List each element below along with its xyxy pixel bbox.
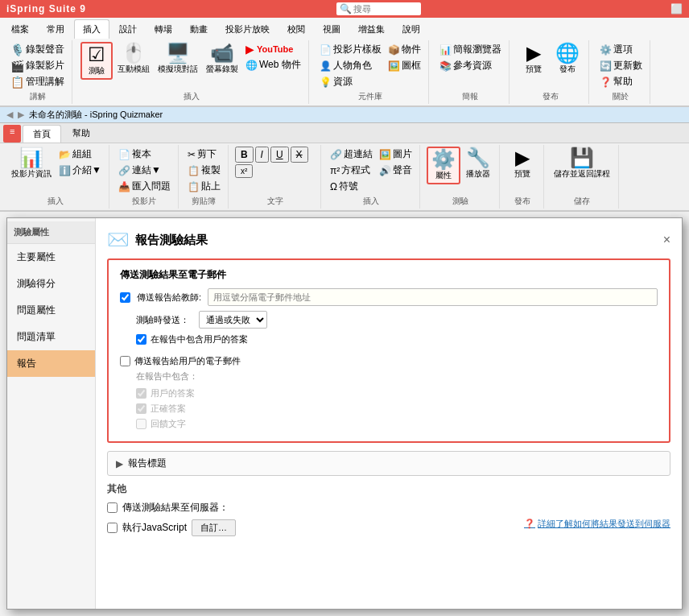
wrench-icon: 🔧 — [466, 148, 490, 167]
secondary-group-insert2: 🔗 超連結 π² 方程式 Ω 符號 🖼️ 圖片 🔊 — [323, 145, 420, 209]
quiz-label: 測驗 — [89, 65, 105, 76]
screen-record-btn[interactable]: 📹 螢幕錄製 — [203, 42, 241, 76]
web-object-label: Web 物件 — [259, 58, 301, 72]
tab-help[interactable]: 說明 — [394, 20, 428, 39]
tab-home[interactable]: 常用 — [39, 20, 72, 39]
resource-btn[interactable]: 💡 資源 — [317, 74, 384, 89]
hyperlink-label: 超連結 — [344, 147, 373, 161]
file-menu-btn[interactable]: ≡ — [3, 125, 21, 143]
ribbon-group-presentation: 📊 簡報瀏覽器 📚 參考資源 簡報 — [432, 40, 510, 104]
character-label: 人物角色 — [333, 59, 372, 72]
publish-btn[interactable]: 🌐 發布 — [551, 42, 584, 76]
object-label: 物件 — [402, 43, 421, 56]
quiz-btn[interactable]: ☑ 測驗 — [80, 42, 113, 80]
tab-addins[interactable]: 增益集 — [350, 20, 393, 39]
player-btn[interactable]: 🔧 播放器 — [462, 147, 494, 181]
tab-review[interactable]: 校閱 — [279, 20, 313, 39]
help-label: 幫助 — [613, 75, 633, 89]
underline-btn[interactable]: U — [270, 147, 289, 163]
video-icon: 🎬 — [10, 60, 24, 72]
import-icon: 📥 — [118, 181, 130, 192]
interaction-btn[interactable]: 🖱️ 互動模組 — [114, 42, 153, 76]
image-icon: 🖼️ — [379, 149, 391, 160]
search-box[interactable]: 🔍 — [336, 2, 421, 15]
tab-file[interactable]: 檔案 — [3, 20, 37, 39]
library-group-label: 元件庫 — [358, 91, 382, 102]
preview-btn[interactable]: ▶ 預覽 — [518, 42, 550, 76]
ref-resource-btn[interactable]: 📚 參考資源 — [437, 58, 504, 73]
group-btn[interactable]: 📂 組組 — [56, 147, 104, 162]
search-input[interactable] — [353, 4, 418, 14]
tab-design[interactable]: 設計 — [111, 20, 145, 39]
player-label: 播放器 — [466, 168, 490, 180]
tab-animation[interactable]: 動畫 — [182, 20, 216, 39]
secondary-tabs: ≡ 首頁 幫助 — [0, 123, 689, 143]
slide-group-label: 投影片 — [132, 196, 156, 207]
record-audio-btn[interactable]: 🎙️ 錄製聲音 — [8, 42, 67, 57]
symbol-btn[interactable]: Ω 符號 — [328, 179, 375, 194]
ref-resource-icon: 📚 — [439, 60, 452, 72]
web-icon: 🌐 — [245, 60, 258, 71]
tab-view[interactable]: 視圖 — [315, 20, 349, 39]
record-video-btn[interactable]: 🎬 錄製影片 — [8, 58, 67, 73]
ribbon-title-bar: iSpring Suite 9 🔍 ⬜ — [0, 0, 689, 18]
strikethrough-btn[interactable]: X — [291, 147, 308, 163]
tab-transition[interactable]: 轉場 — [146, 20, 180, 39]
audio-btn[interactable]: 🔊 聲音 — [377, 163, 415, 178]
properties-btn[interactable]: ⚙️ 屬性 — [427, 147, 460, 184]
ribbon-group-publish: ▶ 預覽 🌐 發布 發布 — [513, 40, 589, 104]
copy2-btn[interactable]: 📋 複製 — [185, 163, 223, 178]
about-group-label: 關於 — [613, 91, 629, 102]
report-browser-label: 簡報瀏覽器 — [453, 43, 501, 56]
quiz-icon: ☑ — [88, 45, 105, 64]
bold-btn[interactable]: B — [235, 147, 254, 163]
object-btn[interactable]: 📦 物件 — [386, 42, 423, 57]
file-nav-icon: ◀ — [6, 110, 13, 120]
youtube-btn[interactable]: ▶ YouTube — [243, 42, 303, 56]
import-q-btn[interactable]: 📥 匯入問題 — [116, 179, 173, 194]
update-btn[interactable]: 🔄 更新數 — [597, 58, 645, 73]
image-btn[interactable]: 🖼️ 圖片 — [377, 147, 415, 162]
manage-narration-btn[interactable]: 📋 管理講解 — [8, 74, 67, 89]
secondary-tab-help[interactable]: 幫助 — [63, 125, 100, 143]
link-btn[interactable]: 🔗 連結▼ — [116, 163, 173, 178]
window-title: 未命名的測驗 - iSpring Quizmaker — [29, 109, 163, 121]
options-btn[interactable]: ⚙️ 選項 — [597, 42, 645, 57]
slide-template-btn[interactable]: 📄 投影片樣板 — [317, 42, 384, 57]
intro-btn[interactable]: ℹ️ 介紹▼ — [56, 163, 104, 178]
cut-btn[interactable]: ✂ 剪下 — [185, 147, 223, 162]
publish-label: 發布 — [559, 64, 576, 75]
options-label: 選項 — [613, 43, 633, 56]
bg-btn[interactable]: 🖼️ 圖框 — [386, 58, 423, 73]
secondary-group-publish: ▶ 預覽 發布 — [501, 145, 544, 209]
preview2-btn[interactable]: ▶ 預覽 — [506, 147, 538, 181]
slide-info-btn[interactable]: 📊 投影片資訊 — [8, 147, 55, 181]
superscript-btn[interactable]: x² — [235, 164, 253, 178]
equation-btn[interactable]: π² 方程式 — [328, 163, 375, 178]
tab-insert[interactable]: 插入 — [74, 19, 109, 39]
gear-icon: ⚙️ — [431, 150, 456, 169]
youtube-label: YouTube — [257, 44, 293, 54]
manage-icon: 📋 — [10, 76, 24, 89]
character-btn[interactable]: 👤 人物角色 — [317, 58, 384, 73]
hyperlink-icon: 🔗 — [330, 149, 342, 160]
link-icon: 🔗 — [118, 165, 130, 176]
secondary-tab-home[interactable]: 首頁 — [23, 125, 61, 143]
paste-btn[interactable]: 📋 貼上 — [185, 179, 223, 194]
hyperlink-btn[interactable]: 🔗 超連結 — [328, 147, 375, 162]
copy-btn[interactable]: 📄 複本 — [116, 147, 173, 162]
help-icon: ❓ — [600, 76, 612, 88]
preview2-label: 預覽 — [514, 168, 530, 180]
screen-record-icon: 📹 — [210, 43, 234, 63]
maximize-icon[interactable]: ⬜ — [670, 3, 683, 14]
group-icon: 📂 — [59, 149, 71, 160]
tab-slideshow[interactable]: 投影片放映 — [217, 20, 278, 39]
save-return-btn[interactable]: 💾 儲存並返回課程 — [551, 147, 613, 181]
italic-btn[interactable]: I — [255, 147, 269, 163]
help-btn[interactable]: ❓ 幫助 — [597, 74, 645, 89]
report-browser-btn[interactable]: 📊 簡報瀏覽器 — [437, 42, 504, 57]
simulation-btn[interactable]: 🖥️ 模擬境對話 — [155, 42, 201, 76]
web-object-btn[interactable]: 🌐 Web 物件 — [243, 57, 303, 72]
screen-record-label: 螢幕錄製 — [206, 64, 238, 75]
app-name: iSpring Suite 9 — [6, 3, 86, 14]
